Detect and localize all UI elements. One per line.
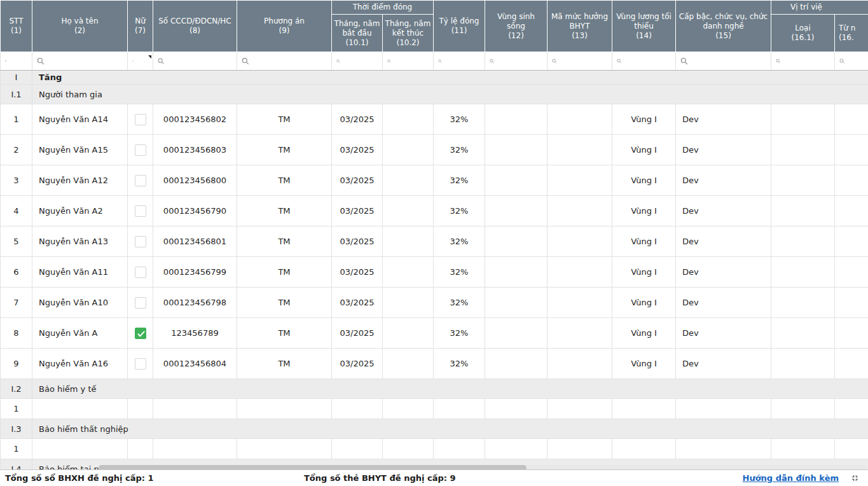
female-checkbox[interactable] bbox=[135, 114, 146, 125]
cell-ho_ten[interactable]: Nguyễn Văn A13 bbox=[32, 226, 128, 257]
cell-ma_muc_huong[interactable] bbox=[548, 135, 612, 165]
cell-vung_sinh_song[interactable] bbox=[485, 288, 548, 318]
cell-tu_ngay[interactable] bbox=[835, 135, 868, 165]
cell-phuong_an[interactable]: TM bbox=[237, 349, 332, 379]
cell-ma_muc_huong[interactable] bbox=[548, 288, 612, 318]
cell-ho_ten[interactable]: Nguyễn Văn A2 bbox=[32, 196, 128, 226]
cell-phuong_an[interactable]: TM bbox=[237, 288, 332, 318]
cell-ty_le[interactable]: 32% bbox=[434, 257, 485, 288]
search-icon[interactable] bbox=[336, 57, 340, 66]
search-icon[interactable] bbox=[839, 57, 844, 66]
cell-ty_le[interactable] bbox=[434, 439, 485, 459]
cell-ket_thuc[interactable] bbox=[383, 288, 434, 318]
cell-vung_luong[interactable]: Vùng I bbox=[612, 226, 676, 257]
column-header-cccd[interactable]: Số CCCD/ĐDCN/HC(8) bbox=[153, 1, 237, 52]
filter-cell-loai[interactable] bbox=[771, 52, 835, 71]
cell-loai[interactable] bbox=[771, 196, 835, 226]
cell-tu_ngay[interactable] bbox=[835, 439, 868, 459]
cell-cccd[interactable]: 000123456804 bbox=[153, 349, 237, 379]
cell-phuong_an[interactable]: TM bbox=[237, 226, 332, 257]
search-icon[interactable] bbox=[680, 57, 688, 66]
cell-vung_luong[interactable]: Vùng I bbox=[612, 196, 676, 226]
cell-bat_dau[interactable]: 03/2025 bbox=[332, 165, 383, 196]
filter-input-stt[interactable] bbox=[10, 55, 31, 67]
filter-input-phuong_an[interactable] bbox=[252, 55, 330, 67]
cell-cccd[interactable]: 000123456800 bbox=[153, 165, 237, 196]
cell-cccd[interactable] bbox=[153, 439, 237, 459]
filter-cell-stt[interactable] bbox=[1, 52, 32, 71]
cell-ty_le[interactable]: 32% bbox=[434, 288, 485, 318]
horizontal-scrollbar[interactable] bbox=[99, 465, 867, 469]
column-header-ma_muc_huong[interactable]: Mã mức hưởng BHYT(13) bbox=[548, 1, 612, 52]
cell-cap_bac[interactable] bbox=[676, 399, 771, 419]
cell-loai[interactable] bbox=[771, 349, 835, 379]
filter-input-loai[interactable] bbox=[783, 55, 833, 67]
cell-ty_le[interactable]: 32% bbox=[434, 165, 485, 196]
cell-cccd[interactable]: 123456789 bbox=[153, 318, 237, 349]
filter-input-vung_sinh_song[interactable] bbox=[497, 55, 546, 67]
cell-vung_luong[interactable]: Vùng I bbox=[612, 257, 676, 288]
cell-ho_ten[interactable]: Nguyễn Văn A14 bbox=[32, 104, 128, 135]
cell-ho_ten[interactable]: Nguyễn Văn A bbox=[32, 318, 128, 349]
cell-loai[interactable] bbox=[771, 226, 835, 257]
column-header-cap_bac[interactable]: Cấp bậc, chức vụ, chức danh nghề(15) bbox=[676, 1, 771, 52]
female-checkbox[interactable] bbox=[135, 267, 146, 278]
cell-ma_muc_huong[interactable] bbox=[548, 318, 612, 349]
cell-cap_bac[interactable]: Dev bbox=[676, 288, 771, 318]
column-header-thoi_diem_dong[interactable]: Thời điểm đóng bbox=[332, 1, 434, 15]
cell-ho_ten[interactable]: Nguyễn Văn A11 bbox=[32, 257, 128, 288]
cell-bat_dau[interactable]: 03/2025 bbox=[332, 288, 383, 318]
cell-ty_le[interactable]: 32% bbox=[434, 196, 485, 226]
cell-tu_ngay[interactable] bbox=[835, 318, 868, 349]
cell-ket_thuc[interactable] bbox=[383, 257, 434, 288]
cell-cccd[interactable]: 000123456790 bbox=[153, 196, 237, 226]
cell-bat_dau[interactable]: 03/2025 bbox=[332, 226, 383, 257]
search-icon[interactable] bbox=[776, 57, 780, 66]
cell-cap_bac[interactable]: Dev bbox=[676, 104, 771, 135]
filter-cell-ho_ten[interactable] bbox=[32, 52, 128, 71]
cell-loai[interactable] bbox=[771, 135, 835, 165]
cell-tu_ngay[interactable] bbox=[835, 165, 868, 196]
filter-input-cccd[interactable] bbox=[167, 55, 235, 67]
cell-vung_sinh_song[interactable] bbox=[485, 257, 548, 288]
search-icon[interactable] bbox=[242, 57, 249, 66]
cell-vung_luong[interactable]: Vùng I bbox=[612, 349, 676, 379]
filter-input-ho_ten[interactable] bbox=[47, 55, 126, 67]
cell-ma_muc_huong[interactable] bbox=[548, 104, 612, 135]
filter-input-tu_ngay[interactable] bbox=[847, 55, 868, 67]
cell-loai[interactable] bbox=[771, 288, 835, 318]
female-checkbox[interactable] bbox=[135, 205, 146, 217]
filter-cell-vung_sinh_song[interactable] bbox=[485, 52, 548, 71]
cell-phuong_an[interactable]: TM bbox=[237, 318, 332, 349]
cell-vung_luong[interactable]: Vùng I bbox=[612, 165, 676, 196]
cell-vung_sinh_song[interactable] bbox=[485, 226, 548, 257]
column-header-bat_dau[interactable]: Tháng, năm bắt đầu(10.1) bbox=[332, 15, 383, 52]
cell-vung_sinh_song[interactable] bbox=[485, 349, 548, 379]
cell-phuong_an[interactable]: TM bbox=[237, 257, 332, 288]
cell-cap_bac[interactable]: Dev bbox=[676, 196, 771, 226]
cell-vung_sinh_song[interactable] bbox=[485, 318, 548, 349]
cell-cap_bac[interactable]: Dev bbox=[676, 226, 771, 257]
cell-ty_le[interactable]: 32% bbox=[434, 135, 485, 165]
cell-ket_thuc[interactable] bbox=[383, 399, 434, 419]
cell-ket_thuc[interactable] bbox=[383, 104, 434, 135]
filter-input-bat_dau[interactable] bbox=[343, 55, 381, 67]
search-icon[interactable] bbox=[552, 57, 557, 66]
cell-cccd[interactable]: 000123456802 bbox=[153, 104, 237, 135]
filter-cell-vung_luong[interactable] bbox=[612, 52, 676, 71]
female-checkbox[interactable] bbox=[135, 328, 146, 339]
filter-cell-ma_muc_huong[interactable] bbox=[548, 52, 612, 71]
horizontal-scrollbar-thumb[interactable] bbox=[99, 465, 527, 469]
cell-bat_dau[interactable]: 03/2025 bbox=[332, 196, 383, 226]
column-header-ty_le[interactable]: Tỷ lệ đóng(11) bbox=[434, 1, 485, 52]
cell-ho_ten[interactable]: Nguyễn Văn A15 bbox=[32, 135, 128, 165]
attachment-guide-link[interactable]: Hướng dẫn đính kèm bbox=[743, 470, 839, 486]
search-icon[interactable] bbox=[37, 57, 45, 66]
column-header-vung_luong[interactable]: Vùng lương tối thiểu(14) bbox=[612, 1, 676, 52]
search-icon[interactable] bbox=[438, 57, 442, 66]
cell-phuong_an[interactable] bbox=[237, 439, 332, 459]
cell-ma_muc_huong[interactable] bbox=[548, 257, 612, 288]
cell-loai[interactable] bbox=[771, 257, 835, 288]
cell-cap_bac[interactable]: Dev bbox=[676, 318, 771, 349]
cell-phuong_an[interactable]: TM bbox=[237, 165, 332, 196]
